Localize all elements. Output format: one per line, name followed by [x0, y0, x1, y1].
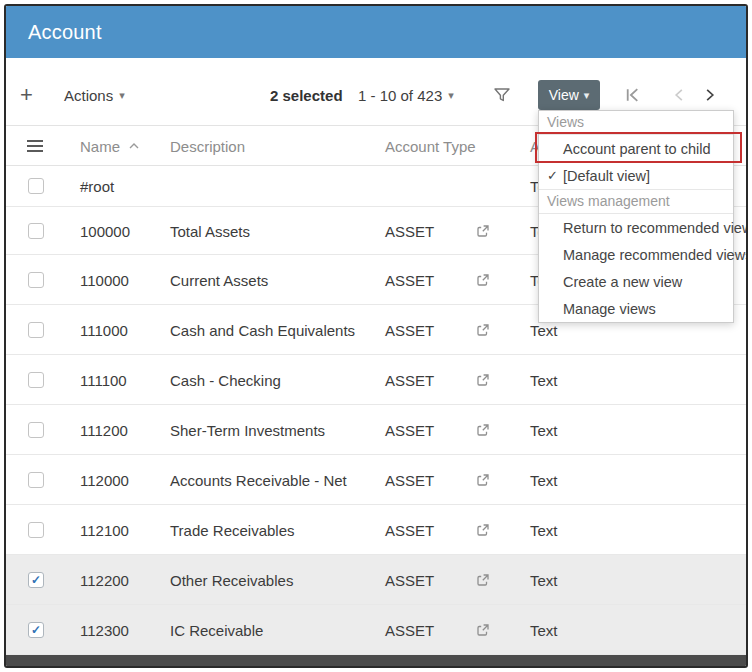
selected-count: 2 selected: [270, 87, 343, 104]
table-row[interactable]: 111200 Sher-Term Investments ASSET Text: [6, 405, 746, 455]
chevron-left-icon: [672, 88, 687, 103]
menu-section-views-management: Views management ✓ Return to recommended…: [539, 189, 733, 322]
cell-account-type: ASSET: [385, 521, 434, 538]
cell-account-type: ASSET: [385, 321, 434, 338]
external-link-icon[interactable]: [476, 623, 490, 637]
first-page-icon: [624, 87, 641, 104]
first-page-button[interactable]: [624, 87, 641, 104]
cell-description: Current Assets: [170, 271, 268, 288]
view-dropdown-menu: Views ✓ Account parent to child ✓ [Defau…: [538, 110, 734, 323]
menu-item-default-view[interactable]: ✓ [Default view]: [539, 162, 733, 189]
table-row[interactable]: 112100 Trade Receivables ASSET Text: [6, 505, 746, 555]
external-link-icon[interactable]: [476, 273, 490, 287]
menu-item-manage-recommended-views[interactable]: ✓ Manage recommended views: [539, 241, 733, 268]
cell-name: 112000: [80, 471, 129, 488]
external-link-icon[interactable]: [476, 423, 490, 437]
cell-name: 100000: [80, 222, 130, 239]
row-checkbox[interactable]: [28, 322, 44, 338]
row-checkbox[interactable]: [28, 372, 44, 388]
column-header-name[interactable]: Name: [80, 137, 139, 154]
menu-item-manage-views[interactable]: ✓ Manage views: [539, 295, 733, 322]
actions-menu-button[interactable]: Actions ▾: [64, 87, 125, 104]
hamburger-icon: [26, 138, 44, 154]
row-checkbox[interactable]: [28, 422, 44, 438]
menu-section-header: Views: [539, 111, 733, 135]
column-header-description[interactable]: Description: [170, 137, 245, 154]
cell-description: Total Assets: [170, 222, 250, 239]
external-link-icon[interactable]: [476, 373, 490, 387]
chevron-down-icon: ▾: [119, 90, 125, 101]
external-link-icon[interactable]: [476, 323, 490, 337]
cell-attribute: Text: [530, 471, 558, 488]
column-header-account-type[interactable]: Account Type: [385, 137, 476, 154]
cell-description: Cash - Checking: [170, 371, 281, 388]
cell-account-type: ASSET: [385, 421, 434, 438]
cell-description: Accounts Receivable - Net: [170, 471, 347, 488]
pagination-label: 1 - 10 of 423: [358, 87, 442, 104]
menu-section-header: Views management: [539, 190, 733, 214]
cell-attribute: Text: [530, 421, 558, 438]
table-row[interactable]: 111100 Cash - Checking ASSET Text: [6, 355, 746, 405]
external-link-icon[interactable]: [476, 523, 490, 537]
row-checkbox[interactable]: [28, 272, 44, 288]
menu-item-return-to-recommended-view[interactable]: ✓ Return to recommended view: [539, 214, 733, 241]
view-label: View: [549, 87, 579, 103]
cell-account-type: ASSET: [385, 471, 434, 488]
check-icon: ✓: [547, 168, 563, 183]
external-link-icon[interactable]: [476, 473, 490, 487]
external-link-icon[interactable]: [476, 573, 490, 587]
chevron-down-icon: ▾: [448, 90, 454, 101]
filter-button[interactable]: [493, 86, 511, 104]
cell-name: 111000: [80, 321, 128, 338]
cell-attribute: Text: [530, 521, 558, 538]
pagination-dropdown[interactable]: 1 - 10 of 423 ▾: [358, 87, 454, 104]
cell-description: Cash and Cash Equivalents: [170, 321, 355, 338]
cell-attribute: Text: [530, 621, 558, 638]
table-row[interactable]: 112000 Accounts Receivable - Net ASSET T…: [6, 455, 746, 505]
cell-description: Sher-Term Investments: [170, 421, 325, 438]
add-button[interactable]: +: [20, 82, 33, 108]
cell-name: 112100: [80, 521, 129, 538]
cell-description: Other Receivables: [170, 571, 293, 588]
cell-description: Trade Receivables: [170, 521, 295, 538]
table-menu-button[interactable]: [26, 138, 44, 154]
cell-account-type: ASSET: [385, 371, 434, 388]
cell-description: IC Receivable: [170, 621, 263, 638]
row-checkbox[interactable]: [28, 622, 44, 638]
sort-ascending-icon: [129, 142, 139, 149]
view-menu-button[interactable]: View ▾: [538, 80, 600, 110]
cell-name: 111100: [80, 371, 127, 388]
next-page-button[interactable]: [702, 88, 717, 103]
horizontal-scrollbar[interactable]: [6, 655, 746, 666]
app-window: Account + Actions ▾ 2 selected 1 - 10 of…: [4, 4, 748, 668]
cell-name: 112200: [80, 571, 129, 588]
row-checkbox[interactable]: [28, 522, 44, 538]
cell-account-type: ASSET: [385, 271, 434, 288]
cell-attribute: Text: [530, 371, 558, 388]
row-checkbox[interactable]: [28, 572, 44, 588]
table-row[interactable]: 112200 Other Receivables ASSET Text: [6, 555, 746, 605]
menu-section-views: Views ✓ Account parent to child ✓ [Defau…: [539, 111, 733, 189]
cell-name: 112300: [80, 621, 129, 638]
menu-item-account-parent-to-child[interactable]: ✓ Account parent to child: [539, 135, 733, 162]
row-checkbox[interactable]: [28, 472, 44, 488]
menu-item-create-a-new-view[interactable]: ✓ Create a new view: [539, 268, 733, 295]
external-link-icon[interactable]: [476, 224, 490, 238]
cell-name: 111200: [80, 421, 128, 438]
cell-name: #root: [80, 178, 114, 195]
page-title: Account: [28, 21, 102, 44]
screenshot-root: Account + Actions ▾ 2 selected 1 - 10 of…: [0, 0, 752, 672]
chevron-right-icon: [702, 88, 717, 103]
cell-account-type: ASSET: [385, 571, 434, 588]
actions-label: Actions: [64, 87, 113, 104]
cell-name: 110000: [80, 271, 129, 288]
page-header: Account: [6, 6, 746, 58]
row-checkbox[interactable]: [28, 223, 44, 239]
cell-account-type: ASSET: [385, 621, 434, 638]
table-row[interactable]: 112300 IC Receivable ASSET Text: [6, 605, 746, 655]
previous-page-button[interactable]: [672, 88, 687, 103]
funnel-icon: [493, 86, 511, 104]
cell-attribute: Text: [530, 321, 558, 338]
chevron-down-icon: ▾: [584, 90, 590, 101]
row-checkbox[interactable]: [28, 178, 44, 194]
